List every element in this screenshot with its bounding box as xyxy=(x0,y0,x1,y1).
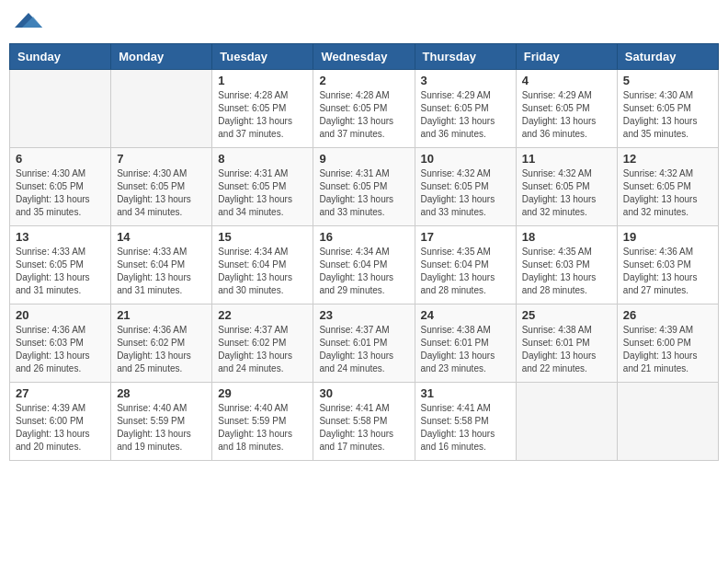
day-info: Sunrise: 4:31 AMSunset: 6:05 PMDaylight:… xyxy=(218,167,307,219)
day-number: 23 xyxy=(319,308,408,322)
day-info: Sunrise: 4:31 AMSunset: 6:05 PMDaylight:… xyxy=(319,167,408,219)
day-number: 22 xyxy=(218,308,307,322)
day-info: Sunrise: 4:39 AMSunset: 6:00 PMDaylight:… xyxy=(623,324,712,375)
calendar-cell: 21Sunrise: 4:36 AMSunset: 6:02 PMDayligh… xyxy=(111,304,212,383)
calendar-cell xyxy=(111,70,212,148)
calendar-cell: 11Sunrise: 4:32 AMSunset: 6:05 PMDayligh… xyxy=(516,148,617,226)
day-info: Sunrise: 4:29 AMSunset: 6:05 PMDaylight:… xyxy=(522,89,611,141)
calendar-cell: 23Sunrise: 4:37 AMSunset: 6:01 PMDayligh… xyxy=(313,304,415,383)
day-number: 2 xyxy=(319,74,408,87)
day-number: 1 xyxy=(218,74,307,87)
day-number: 31 xyxy=(421,386,510,400)
day-number: 24 xyxy=(421,308,510,322)
day-info: Sunrise: 4:29 AMSunset: 6:05 PMDaylight:… xyxy=(421,89,510,141)
calendar-cell: 24Sunrise: 4:38 AMSunset: 6:01 PMDayligh… xyxy=(415,304,516,383)
day-info: Sunrise: 4:41 AMSunset: 5:58 PMDaylight:… xyxy=(421,402,510,454)
day-info: Sunrise: 4:36 AMSunset: 6:03 PMDaylight:… xyxy=(16,324,105,375)
day-info: Sunrise: 4:32 AMSunset: 6:05 PMDaylight:… xyxy=(522,167,611,219)
day-info: Sunrise: 4:34 AMSunset: 6:04 PMDaylight:… xyxy=(319,246,408,297)
day-number: 14 xyxy=(117,230,206,244)
day-info: Sunrise: 4:39 AMSunset: 6:00 PMDaylight:… xyxy=(16,402,105,454)
day-info: Sunrise: 4:37 AMSunset: 6:02 PMDaylight:… xyxy=(218,324,307,375)
day-number: 29 xyxy=(218,386,307,400)
day-number: 11 xyxy=(522,152,611,166)
day-number: 27 xyxy=(16,386,105,400)
calendar-cell: 29Sunrise: 4:40 AMSunset: 5:59 PMDayligh… xyxy=(212,383,313,461)
day-number: 18 xyxy=(522,230,611,244)
calendar-cell: 26Sunrise: 4:39 AMSunset: 6:00 PMDayligh… xyxy=(617,304,718,383)
calendar-cell xyxy=(617,383,718,461)
day-number: 21 xyxy=(117,308,206,322)
day-number: 4 xyxy=(522,74,611,87)
calendar-cell: 18Sunrise: 4:35 AMSunset: 6:03 PMDayligh… xyxy=(516,226,617,304)
day-number: 12 xyxy=(623,152,712,166)
day-number: 28 xyxy=(117,386,206,400)
calendar-cell: 2Sunrise: 4:28 AMSunset: 6:05 PMDaylight… xyxy=(313,70,415,148)
calendar-cell: 14Sunrise: 4:33 AMSunset: 6:04 PMDayligh… xyxy=(111,226,212,304)
day-header-monday: Monday xyxy=(111,44,212,70)
week-row-1: 1Sunrise: 4:28 AMSunset: 6:05 PMDaylight… xyxy=(10,70,719,148)
calendar-cell: 25Sunrise: 4:38 AMSunset: 6:01 PMDayligh… xyxy=(516,304,617,383)
calendar-cell: 22Sunrise: 4:37 AMSunset: 6:02 PMDayligh… xyxy=(212,304,313,383)
day-info: Sunrise: 4:40 AMSunset: 5:59 PMDaylight:… xyxy=(218,402,307,454)
calendar-cell xyxy=(516,383,617,461)
week-row-3: 13Sunrise: 4:33 AMSunset: 6:05 PMDayligh… xyxy=(10,226,719,304)
day-info: Sunrise: 4:40 AMSunset: 5:59 PMDaylight:… xyxy=(117,402,206,454)
calendar-cell: 6Sunrise: 4:30 AMSunset: 6:05 PMDaylight… xyxy=(10,148,111,226)
day-header-sunday: Sunday xyxy=(10,44,111,70)
day-number: 16 xyxy=(319,230,408,244)
calendar-table: SundayMondayTuesdayWednesdayThursdayFrid… xyxy=(9,43,719,461)
day-info: Sunrise: 4:37 AMSunset: 6:01 PMDaylight:… xyxy=(319,324,408,375)
day-number: 8 xyxy=(218,152,307,166)
week-row-5: 27Sunrise: 4:39 AMSunset: 6:00 PMDayligh… xyxy=(10,383,719,461)
day-info: Sunrise: 4:36 AMSunset: 6:03 PMDaylight:… xyxy=(623,246,712,297)
day-number: 19 xyxy=(623,230,712,244)
day-info: Sunrise: 4:35 AMSunset: 6:03 PMDaylight:… xyxy=(522,246,611,297)
day-header-tuesday: Tuesday xyxy=(212,44,313,70)
day-number: 15 xyxy=(218,230,307,244)
day-number: 10 xyxy=(421,152,510,166)
calendar-cell: 12Sunrise: 4:32 AMSunset: 6:05 PMDayligh… xyxy=(617,148,718,226)
calendar-cell: 27Sunrise: 4:39 AMSunset: 6:00 PMDayligh… xyxy=(10,383,111,461)
calendar-cell: 8Sunrise: 4:31 AMSunset: 6:05 PMDaylight… xyxy=(212,148,313,226)
day-number: 6 xyxy=(16,152,105,166)
day-info: Sunrise: 4:30 AMSunset: 6:05 PMDaylight:… xyxy=(623,89,712,141)
day-info: Sunrise: 4:33 AMSunset: 6:04 PMDaylight:… xyxy=(117,246,206,297)
calendar-cell: 31Sunrise: 4:41 AMSunset: 5:58 PMDayligh… xyxy=(415,383,516,461)
day-info: Sunrise: 4:32 AMSunset: 6:05 PMDaylight:… xyxy=(623,167,712,219)
day-number: 25 xyxy=(522,308,611,322)
day-header-wednesday: Wednesday xyxy=(313,44,415,70)
calendar-cell: 20Sunrise: 4:36 AMSunset: 6:03 PMDayligh… xyxy=(10,304,111,383)
day-header-thursday: Thursday xyxy=(415,44,516,70)
calendar-cell: 13Sunrise: 4:33 AMSunset: 6:05 PMDayligh… xyxy=(10,226,111,304)
calendar-cell: 19Sunrise: 4:36 AMSunset: 6:03 PMDayligh… xyxy=(617,226,718,304)
calendar-header-row: SundayMondayTuesdayWednesdayThursdayFrid… xyxy=(10,44,719,70)
day-info: Sunrise: 4:33 AMSunset: 6:05 PMDaylight:… xyxy=(16,246,105,297)
day-info: Sunrise: 4:35 AMSunset: 6:04 PMDaylight:… xyxy=(421,246,510,297)
day-number: 17 xyxy=(421,230,510,244)
page-header xyxy=(9,9,719,36)
day-info: Sunrise: 4:41 AMSunset: 5:58 PMDaylight:… xyxy=(319,402,408,454)
logo xyxy=(13,9,42,36)
calendar-cell: 7Sunrise: 4:30 AMSunset: 6:05 PMDaylight… xyxy=(111,148,212,226)
calendar-cell: 28Sunrise: 4:40 AMSunset: 5:59 PMDayligh… xyxy=(111,383,212,461)
day-info: Sunrise: 4:28 AMSunset: 6:05 PMDaylight:… xyxy=(218,89,307,141)
day-header-saturday: Saturday xyxy=(617,44,718,70)
day-info: Sunrise: 4:30 AMSunset: 6:05 PMDaylight:… xyxy=(117,167,206,219)
day-info: Sunrise: 4:34 AMSunset: 6:04 PMDaylight:… xyxy=(218,246,307,297)
calendar-cell: 17Sunrise: 4:35 AMSunset: 6:04 PMDayligh… xyxy=(415,226,516,304)
calendar-cell: 4Sunrise: 4:29 AMSunset: 6:05 PMDaylight… xyxy=(516,70,617,148)
day-header-friday: Friday xyxy=(516,44,617,70)
calendar-cell: 1Sunrise: 4:28 AMSunset: 6:05 PMDaylight… xyxy=(212,70,313,148)
calendar-cell: 30Sunrise: 4:41 AMSunset: 5:58 PMDayligh… xyxy=(313,383,415,461)
calendar-cell: 16Sunrise: 4:34 AMSunset: 6:04 PMDayligh… xyxy=(313,226,415,304)
day-number: 3 xyxy=(421,74,510,87)
day-number: 26 xyxy=(623,308,712,322)
day-number: 30 xyxy=(319,386,408,400)
logo-icon xyxy=(15,9,42,31)
day-info: Sunrise: 4:30 AMSunset: 6:05 PMDaylight:… xyxy=(16,167,105,219)
week-row-2: 6Sunrise: 4:30 AMSunset: 6:05 PMDaylight… xyxy=(10,148,719,226)
calendar-cell: 10Sunrise: 4:32 AMSunset: 6:05 PMDayligh… xyxy=(415,148,516,226)
day-number: 7 xyxy=(117,152,206,166)
day-info: Sunrise: 4:28 AMSunset: 6:05 PMDaylight:… xyxy=(319,89,408,141)
